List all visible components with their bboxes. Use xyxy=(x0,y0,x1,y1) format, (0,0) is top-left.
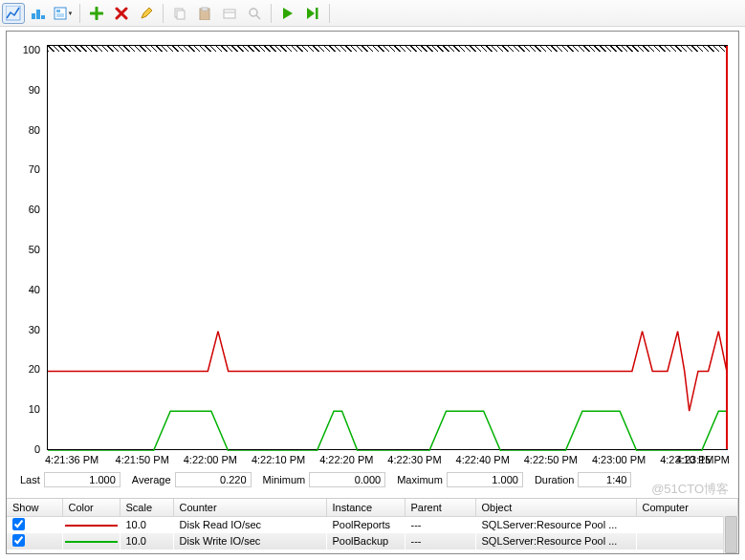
chart-area[interactable]: 0102030405060708090100 4:21:36 PM4:21:50… xyxy=(7,32,738,485)
legend-cell-scale: 10.0 xyxy=(120,516,173,533)
max-label: Maximum xyxy=(397,474,443,485)
plot-area xyxy=(47,45,728,450)
legend-cell-object: SQLServer:Resource Pool ... xyxy=(475,516,636,533)
min-value: 0.000 xyxy=(309,472,385,487)
last-label: Last xyxy=(20,474,40,485)
legend-header-color[interactable]: Color xyxy=(62,499,120,516)
legend-row[interactable]: 10.0Disk Read IO/secPoolReports---SQLSer… xyxy=(7,516,738,533)
plus-icon xyxy=(90,7,103,20)
show-checkbox[interactable] xyxy=(12,534,25,547)
x-tick-label: 4:22:20 PM xyxy=(319,454,373,465)
x-tick-label: 4:23:00 PM xyxy=(592,454,646,465)
toolbar-separator xyxy=(163,4,164,23)
svg-rect-16 xyxy=(316,8,318,19)
y-tick-label: 90 xyxy=(11,84,40,96)
freeze-button[interactable] xyxy=(276,3,299,24)
svg-rect-5 xyxy=(56,10,60,12)
y-tick-label: 10 xyxy=(11,403,40,415)
x-tick-label: 4:22:50 PM xyxy=(524,454,578,465)
color-swatch xyxy=(65,541,118,543)
x-tick-label: 4:22:30 PM xyxy=(387,454,441,465)
avg-label: Average xyxy=(132,474,171,485)
last-value: 1.000 xyxy=(44,472,121,487)
legend-cell-instance: PoolBackup xyxy=(326,533,405,549)
line-chart-icon xyxy=(6,6,21,21)
step-icon xyxy=(306,7,319,20)
x-tick-label: 4:22:00 PM xyxy=(184,454,237,465)
svg-rect-1 xyxy=(32,13,35,19)
zoom-button[interactable] xyxy=(243,3,266,24)
y-tick-label: 20 xyxy=(11,363,40,375)
svg-rect-0 xyxy=(6,6,20,20)
legend-row[interactable]: 10.0Disk Write IO/secPoolBackup---SQLSer… xyxy=(7,533,738,549)
toolbar-separator xyxy=(329,4,330,23)
legend-cell-parent: --- xyxy=(405,516,475,533)
add-counter-button[interactable] xyxy=(85,3,108,24)
plot-svg xyxy=(48,52,729,451)
avg-value: 0.220 xyxy=(175,472,252,487)
series-disk-write-io/sec xyxy=(48,411,727,451)
svg-line-15 xyxy=(256,15,260,19)
y-tick-label: 70 xyxy=(11,163,40,175)
stats-row: Last 1.000 Average 0.220 Minimum 0.000 M… xyxy=(12,471,733,488)
svg-rect-3 xyxy=(41,15,45,19)
legend-header-scale[interactable]: Scale xyxy=(120,499,173,516)
toolbar-separator xyxy=(271,4,272,23)
y-tick-label: 0 xyxy=(11,443,40,455)
show-checkbox[interactable] xyxy=(12,518,25,530)
report-icon xyxy=(54,7,67,20)
play-icon xyxy=(282,7,294,20)
svg-rect-12 xyxy=(224,10,235,18)
clipboard-icon xyxy=(198,7,211,20)
x-tick-label: 4:21:36 PM xyxy=(45,454,99,465)
x-tick-label: 4:22:40 PM xyxy=(456,454,510,465)
svg-rect-9 xyxy=(177,11,185,19)
y-tick-label: 100 xyxy=(11,44,40,55)
view-report-button[interactable]: ▼ xyxy=(52,3,75,24)
magnifier-icon xyxy=(248,7,261,20)
svg-rect-8 xyxy=(175,9,183,17)
legend-header-computer[interactable]: Computer xyxy=(636,499,738,516)
scrollbar-thumb[interactable] xyxy=(725,516,737,553)
svg-rect-4 xyxy=(55,8,66,19)
legend-cell-object: SQLServer:Resource Pool ... xyxy=(475,533,636,549)
y-tick-label: 30 xyxy=(11,324,40,335)
legend-header-counter[interactable]: Counter xyxy=(173,499,326,516)
min-label: Minimum xyxy=(263,474,306,485)
y-tick-label: 50 xyxy=(11,244,40,255)
toolbar: ▼ xyxy=(0,0,745,27)
svg-rect-2 xyxy=(36,10,40,19)
highlight-button[interactable] xyxy=(135,3,158,24)
view-graph-button[interactable] xyxy=(2,3,25,24)
color-swatch xyxy=(65,525,118,527)
scan-line xyxy=(726,46,728,449)
legend-header-instance[interactable]: Instance xyxy=(326,499,405,516)
update-button[interactable] xyxy=(301,3,324,24)
legend-cell-counter: Disk Write IO/sec xyxy=(173,533,326,549)
legend-header-show[interactable]: Show xyxy=(7,499,62,516)
perfmon-panel: 0102030405060708090100 4:21:36 PM4:21:50… xyxy=(6,31,739,554)
paste-button[interactable] xyxy=(193,3,216,24)
max-value: 1.000 xyxy=(447,472,523,487)
legend-cell-parent: --- xyxy=(405,533,475,549)
legend-table[interactable]: ShowColorScaleCounterInstanceParentObjec… xyxy=(7,498,738,553)
svg-rect-10 xyxy=(200,9,209,20)
legend-cell-counter: Disk Read IO/sec xyxy=(173,516,326,533)
copy-button[interactable] xyxy=(168,3,191,24)
svg-rect-11 xyxy=(202,8,208,11)
x-icon xyxy=(115,7,128,20)
legend-header-parent[interactable]: Parent xyxy=(405,499,475,516)
view-histogram-button[interactable] xyxy=(27,3,50,24)
remove-counter-button[interactable] xyxy=(110,3,133,24)
svg-point-14 xyxy=(250,9,257,16)
properties-icon xyxy=(223,7,236,20)
x-tick-label: 4:23:15 PM xyxy=(676,454,730,465)
properties-button[interactable] xyxy=(218,3,241,24)
y-tick-label: 40 xyxy=(11,284,40,295)
toolbar-separator xyxy=(79,4,80,23)
legend-header-object[interactable]: Object xyxy=(475,499,636,516)
dur-value: 1:40 xyxy=(578,472,631,487)
series-disk-read-io/sec xyxy=(48,332,727,412)
legend-scrollbar[interactable] xyxy=(723,516,738,553)
legend-cell-instance: PoolReports xyxy=(326,516,405,533)
